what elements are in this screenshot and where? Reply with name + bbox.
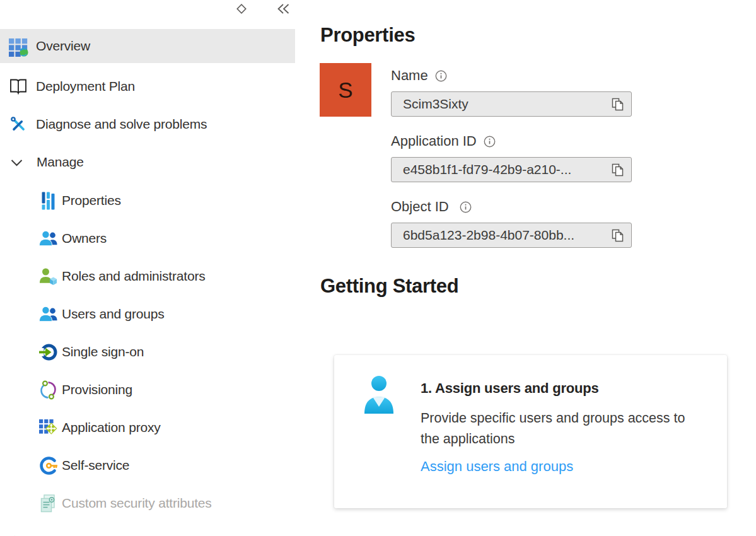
two-people-icon xyxy=(38,230,58,247)
copy-icon xyxy=(610,96,625,112)
application-id-field-label: Application ID xyxy=(391,134,496,149)
person-cube-icon xyxy=(38,267,58,286)
card-description: Provide specific users and groups access… xyxy=(421,408,702,450)
object-id-field xyxy=(391,223,632,248)
sidebar-section-manage[interactable]: Manage xyxy=(0,146,295,178)
person-icon xyxy=(361,375,397,414)
two-people-icon xyxy=(38,305,58,323)
assign-users-card: 1. Assign users and groups Provide speci… xyxy=(334,355,727,508)
crossed-tools-icon xyxy=(7,115,30,134)
card-title: 1. Assign users and groups xyxy=(421,380,599,397)
sidebar-item-label: Single sign-on xyxy=(62,344,144,359)
overview-grid-globe-icon xyxy=(7,36,30,57)
sidebar-item-label: Deployment Plan xyxy=(36,79,135,94)
sidebar-item-label: Owners xyxy=(62,231,107,246)
sidebar-item-provisioning[interactable]: Provisioning xyxy=(0,374,295,405)
sidebar-item-overview[interactable]: Overview xyxy=(0,29,295,63)
object-id-input[interactable] xyxy=(403,228,607,243)
sidebar-item-label: Users and groups xyxy=(62,306,165,322)
application-id-field xyxy=(391,157,632,182)
name-field-label: Name xyxy=(391,68,447,83)
name-input[interactable] xyxy=(403,96,607,112)
sidebar-item-label: Properties xyxy=(62,193,121,208)
sidebar-item-application-proxy[interactable]: Application proxy xyxy=(0,412,295,443)
sidebar-item-label: Self-service xyxy=(62,458,129,473)
copy-button[interactable] xyxy=(610,96,625,112)
sidebar-section-label: Security xyxy=(37,533,83,536)
sidebar-item-deployment-plan[interactable]: Deployment Plan xyxy=(0,71,295,102)
sidebar-item-single-sign-on[interactable]: Single sign-on xyxy=(0,336,295,368)
getting-started-heading: Getting Started xyxy=(320,275,458,298)
sidebar-section-label: Manage xyxy=(37,154,84,170)
ring-arrow-icon xyxy=(38,342,58,362)
sidebar-item-owners[interactable]: Owners xyxy=(0,223,295,254)
sidebar-item-properties[interactable]: Properties xyxy=(0,185,295,216)
diamond-resize-icon xyxy=(235,2,248,16)
vertical-bars-icon xyxy=(38,191,58,211)
sidebar-item-self-service[interactable]: Self-service xyxy=(0,450,295,481)
copy-button[interactable] xyxy=(610,162,625,178)
sidebar-item-label: Provisioning xyxy=(62,382,132,397)
app-logo-letter: S xyxy=(338,78,352,103)
info-icon[interactable] xyxy=(484,136,496,148)
copy-icon xyxy=(610,162,625,178)
sidebar-item-label: Overview xyxy=(36,38,90,54)
resize-pane-button[interactable] xyxy=(233,1,250,16)
sidebar-item-label: Diagnose and solve problems xyxy=(36,117,207,132)
info-icon[interactable] xyxy=(460,201,472,213)
sidebar-item-label: Custom security attributes xyxy=(62,496,212,511)
sidebar-item-custom-security-attributes[interactable]: Custom security attributes xyxy=(0,487,295,519)
application-id-input[interactable] xyxy=(403,162,607,177)
sidebar-item-label: Application proxy xyxy=(62,420,161,435)
sidebar-item-roles-admins[interactable]: Roles and administrators xyxy=(0,260,295,292)
sidebar-section-security[interactable]: Security xyxy=(0,525,295,536)
document-gear-icon xyxy=(38,494,58,513)
object-id-field-label: Object ID xyxy=(391,199,472,214)
sidebar-item-diagnose[interactable]: Diagnose and solve problems xyxy=(0,108,295,140)
assign-users-and-groups-link[interactable]: Assign users and groups xyxy=(421,458,573,475)
chevron-down-icon xyxy=(8,154,25,171)
properties-heading: Properties xyxy=(320,24,415,47)
collapse-menu-button[interactable] xyxy=(275,1,291,16)
app-logo: S xyxy=(320,63,371,117)
info-icon[interactable] xyxy=(435,70,447,82)
grid-diamond-arrows-icon xyxy=(38,418,58,438)
name-field xyxy=(391,91,632,117)
double-chevron-left-icon xyxy=(276,3,291,15)
sidebar-item-users-groups[interactable]: Users and groups xyxy=(0,298,295,330)
circle-key-icon xyxy=(38,456,58,475)
chevron-right-icon xyxy=(8,533,25,536)
open-book-icon xyxy=(7,76,30,96)
copy-button[interactable] xyxy=(610,228,625,243)
sidebar-item-label: Roles and administrators xyxy=(62,269,205,284)
sync-arrows-icon xyxy=(38,380,58,400)
copy-icon xyxy=(610,228,625,243)
